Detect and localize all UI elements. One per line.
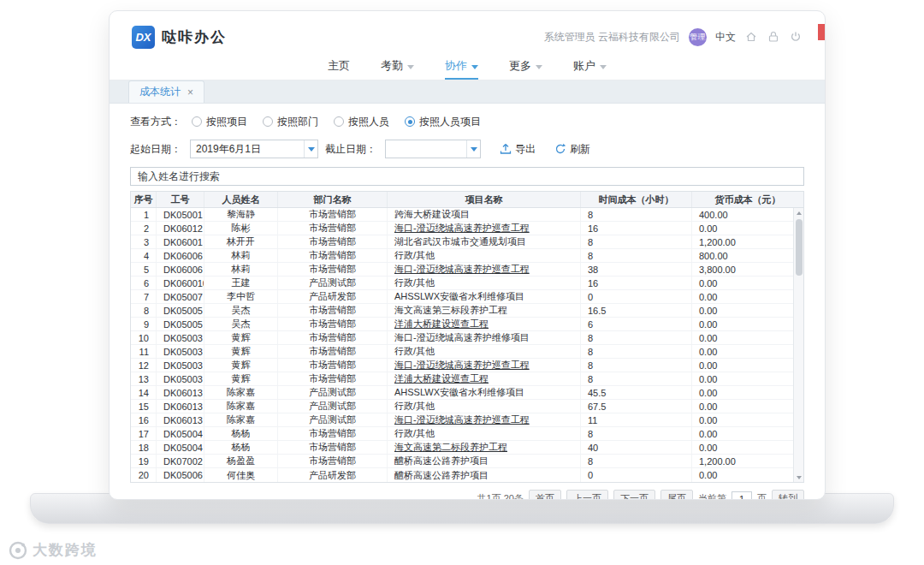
cell-department: 市场营销部 [278, 318, 388, 330]
prev-page-button[interactable]: 上一页 [566, 490, 608, 500]
main-nav: 主页考勤协作更多账户 [110, 52, 825, 80]
cell-money-cost: 0.00 [692, 290, 803, 303]
red-ribbon [818, 24, 825, 40]
home-icon[interactable] [744, 30, 758, 44]
table-row[interactable]: 9DK05005吴杰市场营销部洋浦大桥建设巡查工程60.00 [131, 318, 803, 331]
cell-department: 市场营销部 [278, 249, 388, 262]
table-row[interactable]: 10DK05003黄辉市场营销部海口-澄迈绕城高速养护维修项目80.00 [131, 331, 803, 345]
cell-person-name: 何佳奥 [204, 468, 278, 482]
brand: DX 哒咔办公 [132, 26, 227, 49]
export-icon [500, 143, 512, 155]
radio-by-project[interactable]: 按照项目 [192, 115, 247, 129]
cell-person-name: 吴杰 [204, 318, 278, 330]
table-row[interactable]: 5DK06006林莉市场营销部海口-澄迈绕城高速养护巡查工程383,800.00 [131, 263, 803, 277]
vertical-scrollbar[interactable] [793, 208, 803, 482]
app-window: DX 哒咔办公 系统管理员 云福科技有限公司 管理 中文 主页考勤协作更多账户 … [109, 10, 826, 500]
page-number-input[interactable] [732, 491, 752, 500]
table-row[interactable]: 13DK05003黄辉市场营销部洋浦大桥建设巡查工程80.00 [131, 372, 803, 386]
cell-project-name[interactable]: 海口-澄迈绕城高速养护巡查工程 [388, 413, 581, 426]
column-header: 人员姓名 [204, 192, 278, 207]
nav-item-collaboration[interactable]: 协作 [445, 54, 478, 80]
cell-project-name[interactable]: 海文高速第二标段养护工程 [388, 441, 581, 454]
cell-time-cost: 11 [581, 413, 692, 426]
chevron-down-icon[interactable] [466, 140, 480, 158]
nav-item-more[interactable]: 更多 [509, 54, 542, 80]
cell-project-name[interactable]: 洋浦大桥建设巡查工程 [388, 318, 581, 330]
table-row[interactable]: 4DK06006林莉市场营销部行政/其他8800.00 [131, 249, 803, 263]
cell-department: 市场营销部 [278, 222, 388, 235]
cell-money-cost: 0.00 [692, 304, 803, 317]
cell-money-cost: 0.00 [692, 400, 803, 413]
next-page-button[interactable]: 下一页 [613, 490, 655, 500]
radio-by-person[interactable]: 按照人员 [334, 115, 389, 129]
refresh-button[interactable]: 刷新 [554, 142, 590, 157]
table-row[interactable]: 20DK05006何佳奥产品研发部醴桥高速公路养护项目00.00 [131, 468, 803, 482]
cell-serial: 19 [131, 455, 157, 467]
scrollbar-thumb[interactable] [796, 219, 803, 276]
table-row[interactable]: 17DK05004杨杨市场营销部行政/其他80.00 [131, 427, 803, 441]
table-row[interactable]: 14DK06013陈家嘉产品测试部AHSSLWX安徽省水利维修项目45.50.0… [131, 386, 803, 400]
radio-label: 按照人员项目 [419, 115, 481, 129]
table-row[interactable]: 16DK06013陈家嘉产品测试部海口-澄迈绕城高速养护巡查工程110.00 [131, 413, 803, 427]
cell-employee-id: DK06013 [157, 400, 204, 413]
radio-by-person-project[interactable]: 按照人员项目 [405, 115, 481, 129]
column-header: 时间成本（小时） [581, 192, 692, 207]
cell-department: 市场营销部 [278, 235, 388, 248]
table-row[interactable]: 3DK06001林开开市场营销部湖北省武汉市城市交通规划项目81,200.00 [131, 235, 803, 249]
export-button[interactable]: 导出 [500, 142, 536, 157]
table-row[interactable]: 11DK05003黄辉市场营销部行政/其他80.00 [131, 345, 803, 359]
table-row[interactable]: 19DK07002杨盈盈市场营销部醴桥高速公路养护项目81,200.00 [131, 455, 803, 468]
cell-project-name: 醴桥高速公路养护项目 [388, 468, 581, 482]
radio-by-department[interactable]: 按照部门 [263, 115, 318, 129]
cell-money-cost: 1,200.00 [692, 455, 803, 467]
nav-item-home[interactable]: 主页 [328, 54, 350, 80]
table-row[interactable]: 8DK05005吴杰市场营销部海文高速第三标段养护工程16.50.00 [131, 304, 803, 318]
cell-project-name[interactable]: 海口-澄迈绕城高速养护巡查工程 [388, 359, 581, 372]
tab-cost-statistics[interactable]: 成本统计 × [128, 80, 204, 103]
cell-money-cost: 0.00 [692, 359, 803, 372]
table-row[interactable]: 2DK06012陈彬市场营销部海口-澄迈绕城高速养护巡查工程160.00 [131, 222, 803, 235]
power-icon[interactable] [789, 30, 803, 44]
admin-avatar-badge[interactable]: 管理 [689, 28, 707, 46]
start-date-select[interactable]: 2019年6月1日 [190, 140, 318, 158]
radio-icon [334, 116, 344, 127]
chevron-down-icon[interactable] [304, 140, 317, 158]
table-row[interactable]: 6DK060010王建产品测试部行政/其他160.00 [131, 277, 803, 290]
table-row[interactable]: 1DK05001黎海静市场营销部跨海大桥建设项目8400.00 [131, 208, 803, 222]
close-icon[interactable]: × [187, 86, 193, 98]
cell-project-name[interactable]: 海口-澄迈绕城高速养护巡查工程 [388, 222, 581, 235]
last-page-button[interactable]: 尾页 [660, 490, 693, 500]
cell-serial: 3 [131, 235, 157, 248]
cell-employee-id: DK060010 [157, 277, 204, 289]
nav-item-account[interactable]: 账户 [573, 54, 607, 80]
cell-serial: 16 [131, 413, 157, 426]
cell-money-cost: 0.00 [692, 372, 803, 385]
table-row[interactable]: 7DK05007李中哲产品研发部AHSSLWX安徽省水利维修项目00.00 [131, 290, 803, 304]
cell-person-name: 黄辉 [204, 345, 278, 358]
cell-employee-id: DK07002 [157, 455, 204, 467]
table-row[interactable]: 15DK06013陈家嘉产品测试部行政/其他67.50.00 [131, 400, 803, 413]
export-label: 导出 [515, 142, 536, 157]
cell-serial: 17 [131, 427, 157, 440]
column-header: 项目名称 [388, 192, 581, 207]
cell-person-name: 陈家嘉 [204, 413, 278, 426]
cell-time-cost: 8 [581, 235, 692, 248]
cell-project-name: 行政/其他 [388, 277, 581, 289]
nav-item-attendance[interactable]: 考勤 [381, 54, 414, 80]
cell-employee-id: DK05003 [157, 359, 204, 372]
scroll-up-arrow[interactable] [794, 208, 803, 217]
lock-icon[interactable] [767, 30, 780, 44]
goto-page-button[interactable]: 转到 [772, 490, 804, 500]
view-mode-label: 查看方式： [130, 115, 181, 129]
language-switcher[interactable]: 中文 [715, 30, 736, 45]
end-date-select[interactable] [385, 140, 481, 158]
table-row[interactable]: 12DK05003黄辉市场营销部海口-澄迈绕城高速养护巡查工程80.00 [131, 359, 803, 372]
scroll-down-arrow[interactable] [794, 473, 803, 482]
cell-project-name[interactable]: 洋浦大桥建设巡查工程 [388, 372, 581, 385]
table-row[interactable]: 18DK05004杨杨市场营销部海文高速第二标段养护工程400.00 [131, 441, 803, 455]
search-input[interactable] [130, 167, 804, 186]
tab-label: 成本统计 [139, 85, 181, 99]
cell-project-name[interactable]: 海口-澄迈绕城高速养护巡查工程 [388, 263, 581, 276]
cell-serial: 6 [131, 277, 157, 289]
first-page-button[interactable]: 首页 [529, 490, 561, 500]
